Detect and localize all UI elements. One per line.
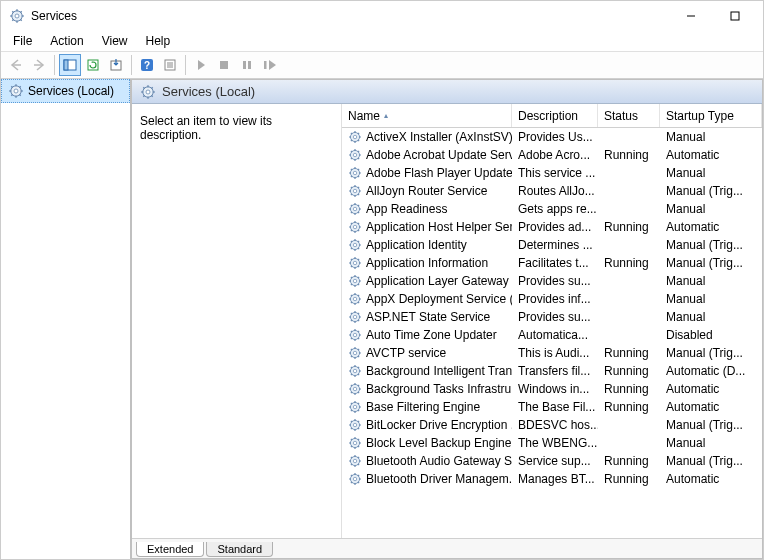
service-row[interactable]: Background Intelligent Tran...Transfers … xyxy=(342,362,762,380)
services-rows[interactable]: ActiveX Installer (AxInstSV)Provides Us.… xyxy=(342,128,762,538)
gear-icon xyxy=(348,382,362,396)
tree-item-services-local[interactable]: Services (Local) xyxy=(1,79,130,103)
gear-icon xyxy=(348,292,362,306)
service-row[interactable]: Adobe Acrobat Update Serv...Adobe Acro..… xyxy=(342,146,762,164)
service-row[interactable]: Application IdentityDetermines ...Manual… xyxy=(342,236,762,254)
gear-icon xyxy=(348,364,362,378)
view-tabs: Extended Standard xyxy=(132,538,762,558)
service-startup: Manual (Trig... xyxy=(660,418,762,432)
service-status: Running xyxy=(598,220,660,234)
tab-standard[interactable]: Standard xyxy=(206,542,273,557)
menu-help[interactable]: Help xyxy=(138,32,179,50)
service-name: Application Identity xyxy=(366,238,467,252)
service-row[interactable]: Adobe Flash Player Update ...This servic… xyxy=(342,164,762,182)
service-name: Auto Time Zone Updater xyxy=(366,328,497,342)
service-row[interactable]: Base Filtering EngineThe Base Fil...Runn… xyxy=(342,398,762,416)
pause-service-button[interactable] xyxy=(236,54,258,76)
gear-icon xyxy=(348,238,362,252)
service-description: Automatica... xyxy=(512,328,598,342)
svg-rect-26 xyxy=(248,61,251,69)
service-row[interactable]: Background Tasks Infrastru...Windows in.… xyxy=(342,380,762,398)
tab-extended[interactable]: Extended xyxy=(136,542,204,557)
service-startup: Manual xyxy=(660,166,762,180)
menu-file[interactable]: File xyxy=(5,32,40,50)
window-title: Services xyxy=(31,9,671,23)
nav-back-button[interactable] xyxy=(5,54,27,76)
menubar: File Action View Help xyxy=(1,31,763,51)
service-description: Adobe Acro... xyxy=(512,148,598,162)
column-header-startup[interactable]: Startup Type xyxy=(660,104,762,127)
play-icon xyxy=(195,59,207,71)
details-header-text: Services (Local) xyxy=(162,84,255,99)
nav-forward-button[interactable] xyxy=(28,54,50,76)
column-header-name[interactable]: Name ▴ xyxy=(342,104,512,127)
service-row[interactable]: BitLocker Drive Encryption ...BDESVC hos… xyxy=(342,416,762,434)
service-status: Running xyxy=(598,454,660,468)
service-row[interactable]: App ReadinessGets apps re...Manual xyxy=(342,200,762,218)
service-status: Running xyxy=(598,148,660,162)
gear-icon xyxy=(348,166,362,180)
service-name: ActiveX Installer (AxInstSV) xyxy=(366,130,512,144)
service-row[interactable]: Bluetooth Driver Managem...Manages BT...… xyxy=(342,470,762,488)
service-row[interactable]: AppX Deployment Service (...Provides inf… xyxy=(342,290,762,308)
tree-item-label: Services (Local) xyxy=(28,84,114,98)
menu-action[interactable]: Action xyxy=(42,32,91,50)
maximize-icon xyxy=(730,11,740,21)
maximize-button[interactable] xyxy=(715,2,755,30)
description-pane: Select an item to view its description. xyxy=(132,104,342,538)
service-startup: Automatic xyxy=(660,472,762,486)
service-description: Manages BT... xyxy=(512,472,598,486)
gear-icon xyxy=(348,346,362,360)
service-description: The WBENG... xyxy=(512,436,598,450)
service-row[interactable]: Block Level Backup Engine ...The WBENG..… xyxy=(342,434,762,452)
service-name: Base Filtering Engine xyxy=(366,400,480,414)
titlebar: Services xyxy=(1,1,763,31)
service-description: Routes AllJo... xyxy=(512,184,598,198)
start-service-button[interactable] xyxy=(190,54,212,76)
refresh-button[interactable] xyxy=(82,54,104,76)
service-row[interactable]: AllJoyn Router ServiceRoutes AllJo...Man… xyxy=(342,182,762,200)
stop-service-button[interactable] xyxy=(213,54,235,76)
sort-asc-icon: ▴ xyxy=(384,111,388,120)
service-row[interactable]: Application Host Helper Ser...Provides a… xyxy=(342,218,762,236)
service-name: Block Level Backup Engine ... xyxy=(366,436,512,450)
gear-icon xyxy=(348,310,362,324)
service-description: This is Audi... xyxy=(512,346,598,360)
service-startup: Manual xyxy=(660,274,762,288)
service-row[interactable]: Application InformationFacilitates t...R… xyxy=(342,254,762,272)
service-startup: Automatic xyxy=(660,220,762,234)
service-name: Application Layer Gateway ... xyxy=(366,274,512,288)
service-row[interactable]: AVCTP serviceThis is Audi...RunningManua… xyxy=(342,344,762,362)
service-name: Bluetooth Audio Gateway S... xyxy=(366,454,512,468)
service-description: Determines ... xyxy=(512,238,598,252)
svg-text:?: ? xyxy=(144,60,150,71)
column-header-status[interactable]: Status xyxy=(598,104,660,127)
service-description: Facilitates t... xyxy=(512,256,598,270)
menu-view[interactable]: View xyxy=(94,32,136,50)
service-name: App Readiness xyxy=(366,202,447,216)
export-button[interactable] xyxy=(105,54,127,76)
service-description: Provides Us... xyxy=(512,130,598,144)
service-name: Application Information xyxy=(366,256,488,270)
help-button[interactable]: ? xyxy=(136,54,158,76)
services-list: Name ▴ Description Status Startup Type A… xyxy=(342,104,762,538)
service-row[interactable]: Auto Time Zone UpdaterAutomatica...Disab… xyxy=(342,326,762,344)
export-icon xyxy=(109,58,123,72)
gear-icon xyxy=(348,256,362,270)
service-row[interactable]: Bluetooth Audio Gateway S...Service sup.… xyxy=(342,452,762,470)
minimize-button[interactable] xyxy=(671,2,711,30)
service-description: Provides su... xyxy=(512,310,598,324)
console-tree[interactable]: Services (Local) xyxy=(1,79,131,559)
service-row[interactable]: ASP.NET State ServiceProvides su...Manua… xyxy=(342,308,762,326)
service-name: Background Tasks Infrastru... xyxy=(366,382,512,396)
show-hide-tree-button[interactable] xyxy=(59,54,81,76)
service-row[interactable]: ActiveX Installer (AxInstSV)Provides Us.… xyxy=(342,128,762,146)
service-startup: Automatic xyxy=(660,382,762,396)
properties-button[interactable] xyxy=(159,54,181,76)
arrow-right-icon xyxy=(32,58,46,72)
arrow-left-icon xyxy=(9,58,23,72)
restart-service-button[interactable] xyxy=(259,54,281,76)
column-header-description[interactable]: Description xyxy=(512,104,598,127)
service-row[interactable]: Application Layer Gateway ...Provides su… xyxy=(342,272,762,290)
refresh-icon xyxy=(86,58,100,72)
